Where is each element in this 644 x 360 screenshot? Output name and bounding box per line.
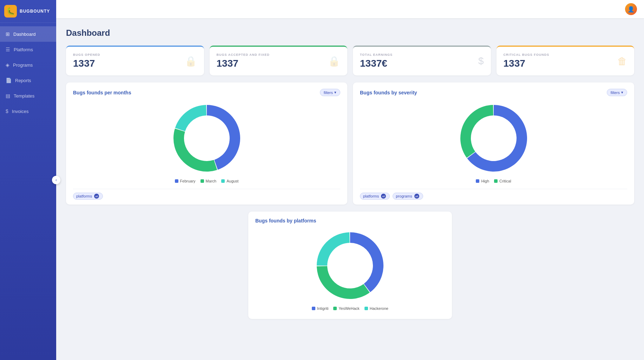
donut-by-severity-svg <box>459 103 529 173</box>
legend-item-high: High <box>476 179 489 183</box>
legend-dot <box>494 179 498 183</box>
tag-close-icon[interactable]: all <box>414 194 419 199</box>
legend-item-february: February <box>175 179 196 183</box>
stat-value: 1337 <box>217 58 270 69</box>
stat-icon: 🔒 <box>328 55 340 67</box>
chart-by-platforms-legend: IntigritiYesWeHackHackerone <box>312 306 388 311</box>
content-area: Dashboard BUGS OPENED 1337 🔒 BUGS ACCEPT… <box>56 18 644 360</box>
sidebar-collapse-button[interactable]: ‹ <box>52 176 60 184</box>
stat-info: CRITICAL BUGS FOUNDS 1337 <box>504 53 550 69</box>
invoices-icon: $ <box>6 108 8 114</box>
stat-icon: 🔒 <box>185 55 197 67</box>
stat-icon: 🗑 <box>617 55 627 67</box>
legend-label: March <box>206 179 217 183</box>
chart-by-severity-footer: platformsallprogramsall <box>360 189 627 200</box>
dashboard-icon: ⊞ <box>6 31 10 37</box>
nav-label: Reports <box>15 78 31 83</box>
stat-value: 1337€ <box>360 58 393 69</box>
tag-close-icon[interactable]: all <box>94 194 99 199</box>
chart-by-severity-legend: HighCritical <box>476 179 511 183</box>
legend-item-hackerone: Hackerone <box>364 306 388 311</box>
programs-icon: ◈ <box>6 62 9 68</box>
legend-item-intigriti: Intigriti <box>312 306 328 311</box>
tag-badge-platforms[interactable]: platformsall <box>73 193 103 200</box>
chart-by-platforms-header: Bugs founds by platforms <box>255 218 445 224</box>
stat-info: BUGS ACCEPTED AND FIXED 1337 <box>217 53 270 69</box>
sidebar-logo: 🐛 BUGBOUNTY <box>0 0 56 23</box>
chart-by-platforms-body: IntigritiYesWeHackHackerone <box>255 227 445 314</box>
stats-row: BUGS OPENED 1337 🔒 BUGS ACCEPTED AND FIX… <box>66 46 634 75</box>
donut-segment-yeswehack <box>317 266 370 299</box>
sidebar-item-reports[interactable]: 📄Reports <box>0 73 56 88</box>
sidebar-item-invoices[interactable]: $Invoices <box>0 104 56 119</box>
nav-label: Invoices <box>12 109 29 114</box>
donut-segment-august <box>175 105 206 131</box>
legend-dot <box>201 179 204 183</box>
tag-badge-platforms[interactable]: platformsall <box>360 193 390 200</box>
legend-label: YesWeHack <box>339 306 359 311</box>
nav-label: Platforms <box>14 47 33 52</box>
tag-label: platforms <box>76 194 92 198</box>
chart-per-months-body: FebruaryMarchAugust <box>73 100 340 187</box>
chevron-down-icon: ▾ <box>621 90 623 95</box>
chart-per-months-filters[interactable]: filters ▾ <box>320 89 340 96</box>
donut-by-platforms <box>315 231 385 301</box>
tag-label: platforms <box>363 194 379 198</box>
stat-value: 1337 <box>73 58 100 69</box>
chart-by-severity: Bugs founds by severity filters ▾ HighCr… <box>353 82 634 205</box>
chart-by-severity-filters[interactable]: filters ▾ <box>607 89 627 96</box>
legend-dot <box>364 307 368 310</box>
sidebar-item-platforms[interactable]: ☰Platforms <box>0 42 56 57</box>
donut-per-months <box>172 103 242 173</box>
chart-by-platforms-title: Bugs founds by platforms <box>255 218 316 224</box>
chart-by-severity-header: Bugs founds by severity filters ▾ <box>360 89 627 96</box>
chart-by-severity-body: HighCritical <box>360 100 627 187</box>
tag-badge-programs[interactable]: programsall <box>393 193 423 200</box>
user-avatar[interactable]: 👤 <box>625 3 637 15</box>
legend-label: Intigriti <box>317 306 328 311</box>
legend-item-critical: Critical <box>494 179 511 183</box>
tag-close-icon[interactable]: all <box>381 194 386 199</box>
chevron-down-icon: ▾ <box>334 90 336 95</box>
legend-item-yeswehack: YesWeHack <box>333 306 359 311</box>
stat-card-total-earnings: TOTAL EARNINGS 1337€ $ <box>353 46 491 75</box>
filters-label: filters <box>611 91 620 95</box>
stat-card-bugs-fixed: BUGS ACCEPTED AND FIXED 1337 🔒 <box>210 46 348 75</box>
donut-per-months-svg <box>172 103 242 173</box>
stat-label: BUGS OPENED <box>73 53 100 56</box>
chart-per-months-header: Bugs founds per months filters ▾ <box>73 89 340 96</box>
donut-segment-hackerone <box>317 232 350 266</box>
charts-top: Bugs founds per months filters ▾ Februar… <box>66 82 634 205</box>
stat-icon: $ <box>478 55 484 67</box>
donut-segment-intigriti <box>350 232 383 292</box>
sidebar: 🐛 BUGBOUNTY ⊞Dashboard☰Platforms◈Program… <box>0 0 56 360</box>
legend-dot <box>221 179 225 183</box>
legend-label: Hackerone <box>370 306 388 311</box>
donut-by-platforms-svg <box>315 231 385 301</box>
stat-label: TOTAL EARNINGS <box>360 53 393 56</box>
legend-item-august: August <box>221 179 238 183</box>
chart-per-months-legend: FebruaryMarchAugust <box>175 179 239 183</box>
legend-item-march: March <box>201 179 217 183</box>
chart-per-months: Bugs founds per months filters ▾ Februar… <box>66 82 347 205</box>
sidebar-nav: ⊞Dashboard☰Platforms◈Programs📄Reports▤Te… <box>0 23 56 360</box>
donut-segment-march <box>173 128 217 172</box>
donut-segment-february <box>207 105 240 170</box>
sidebar-item-programs[interactable]: ◈Programs <box>0 57 56 73</box>
legend-dot <box>333 307 337 310</box>
nav-label: Programs <box>13 62 33 68</box>
sidebar-item-dashboard[interactable]: ⊞Dashboard <box>0 26 56 42</box>
legend-label: Critical <box>499 179 511 183</box>
chart-by-platforms: Bugs founds by platforms IntigritiYesWeH… <box>248 212 452 319</box>
legend-label: High <box>481 179 489 183</box>
stat-info: TOTAL EARNINGS 1337€ <box>360 53 393 69</box>
legend-dot <box>476 179 479 183</box>
main-area: 👤 Dashboard BUGS OPENED 1337 🔒 BUGS ACCE… <box>56 0 644 360</box>
tag-label: programs <box>396 194 412 198</box>
stat-card-critical-bugs: CRITICAL BUGS FOUNDS 1337 🗑 <box>497 46 635 75</box>
legend-label: August <box>226 179 238 183</box>
sidebar-item-templates[interactable]: ▤Templates <box>0 88 56 104</box>
legend-label: February <box>180 179 196 183</box>
stat-info: BUGS OPENED 1337 <box>73 53 100 69</box>
chart-per-months-footer: platformsall <box>73 189 340 200</box>
